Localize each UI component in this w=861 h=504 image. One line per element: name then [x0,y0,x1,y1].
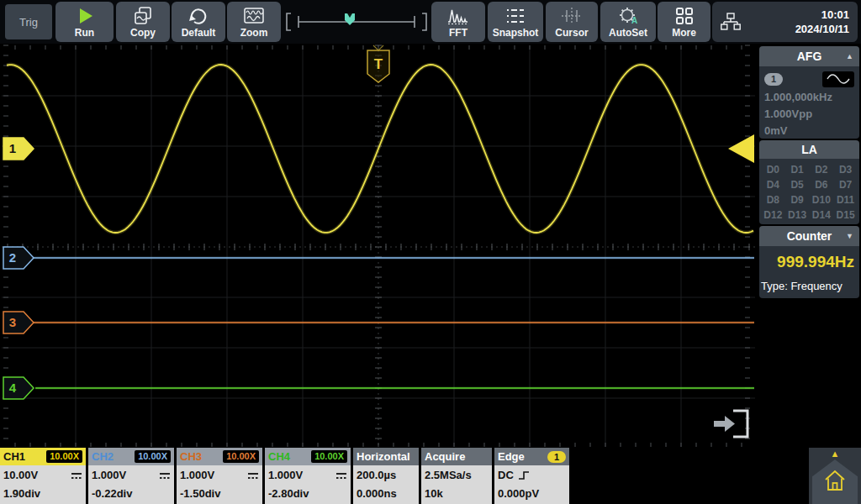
slider-right-bracket [422,13,426,30]
counter-value: 999.994Hz [759,246,859,271]
trigger-label: Edge [498,450,525,463]
clock-date: 2024/10/11 [795,22,849,36]
ch1-trace-glow [7,65,753,233]
trigger-level: 0.000pV [498,485,539,503]
waveform-display[interactable]: 1234T [0,44,758,448]
ch2-status-cell[interactable]: CH2 10.00X 1.000V -0.22div [88,448,174,504]
slider-left-bracket [287,13,291,30]
copy-button[interactable]: Copy [116,2,170,42]
ch2-position: -0.22div [92,485,132,503]
counter-panel-header[interactable]: Counter ▼ [759,226,859,246]
ch3-position: -1.50div [180,485,220,503]
trigger-coupling: DC [498,466,514,485]
fft-spectrum-icon [446,6,470,26]
la-channel: D2 [810,162,834,177]
slider-marker[interactable] [345,13,355,25]
trig-label: Trig [19,16,38,29]
cursor-crosshair-icon [561,6,583,26]
collapse-panel-icon[interactable] [733,411,747,437]
afg-panel-header[interactable]: AFG ▲ [759,46,859,66]
collapse-panel-arrow[interactable] [714,416,735,432]
snapshot-button[interactable]: Snapshot [488,2,543,42]
zoom-label: Zoom [240,28,268,39]
copy-label: Copy [130,28,156,39]
copy-icon [133,6,153,26]
dc-coupling-icon [159,471,171,480]
horizontal-offset: 0.000ns [357,485,397,503]
ch2-position-marker[interactable] [3,247,34,269]
ch4-position-marker[interactable] [3,377,34,399]
la-channel: D5 [785,177,810,192]
dc-coupling-icon [71,471,82,480]
la-channel: D8 [761,192,785,207]
clock-tile[interactable]: 10:01 2024/10/11 [712,2,858,42]
la-channel: D4 [761,177,785,192]
la-channel: D6 [810,177,834,192]
zoom-button[interactable]: Zoom [227,2,281,42]
ch1-probe-badge: 10.00X [46,450,82,463]
svg-text:A: A [631,16,637,25]
top-toolbar: Trig Run Copy Default Zoom [0,0,861,44]
default-label: Default [182,28,216,39]
oscilloscope-screen: Trig Run Copy Default Zoom [0,0,861,504]
snapshot-list-icon [504,6,526,26]
dc-coupling-icon [335,471,347,480]
ch2-name: CH2 [92,450,114,463]
horizontal-status-cell[interactable]: Horizontal 200.0µs 0.000ns [353,448,419,504]
cursor-label: Cursor [555,28,588,39]
afg-amplitude: 1.000Vpp [764,106,854,123]
la-panel-header[interactable]: LA [759,140,859,159]
autoset-button[interactable]: A AutoSet [600,2,656,42]
ch3-scale: 1.000V [180,466,214,485]
default-button[interactable]: Default [172,2,225,42]
ch3-marker-label: 3 [9,315,16,329]
fft-button[interactable]: FFT [431,2,485,42]
ch4-marker-label: 4 [9,381,17,395]
expand-up-icon[interactable]: ▲ [809,449,861,459]
ch4-status-cell[interactable]: CH4 10.00X 1.000V -2.80div [265,448,351,504]
bottom-status-bar: CH1 10.00X 10.00V 1.90div CH2 10.00X 1.0… [0,448,861,504]
ch1-name: CH1 [3,450,25,463]
autoset-gear-icon: A [617,6,639,26]
more-button[interactable]: More [658,2,710,42]
trigger-flag-label: T [374,56,383,72]
ch3-status-cell[interactable]: CH3 10.00X 1.000V -1.50div [177,448,262,504]
more-label: More [672,28,696,39]
collapse-up-icon[interactable]: ▲ [846,52,853,60]
acquire-status-cell[interactable]: Acquire 2.5MSa/s 10k [421,448,492,504]
collapse-down-icon[interactable]: ▼ [846,232,853,240]
fft-label: FFT [449,28,467,39]
cursor-button[interactable]: Cursor [546,2,598,42]
more-grid-icon [674,6,695,26]
trigger-status-cell[interactable]: Edge 1 DC 0.000pV [494,448,569,504]
autoset-label: AutoSet [609,28,647,39]
network-icon [721,13,741,31]
counter-panel: Counter ▼ 999.994Hz Type: Frequency [759,226,859,298]
ch3-position-marker[interactable] [3,312,34,333]
ch1-status-cell[interactable]: CH1 10.00X 10.00V 1.90div [0,448,86,504]
ch1-position-marker[interactable] [3,138,34,160]
la-channel: D15 [833,207,858,223]
horizontal-label: Horizontal [357,450,410,463]
afg-panel: AFG ▲ 1 1.000,000kHz 1.000Vpp 0mV [759,46,859,139]
sine-icon [822,71,854,87]
dc-coupling-icon [247,471,259,480]
home-icon[interactable] [822,468,848,493]
la-channel: D14 [810,207,834,223]
menu-home-tile[interactable]: ▲ [809,448,861,504]
ch1-position: 1.90div [3,485,40,503]
horizontal-position-slider[interactable] [284,10,429,34]
la-channel: D11 [833,192,858,207]
ch4-scale: 1.000V [268,466,303,485]
afg-channel-badge: 1 [764,73,783,86]
run-button[interactable]: Run [55,2,114,42]
trigger-level-arrow[interactable] [728,134,754,163]
ch2-marker-label: 2 [9,250,16,265]
la-channel: D7 [833,177,858,192]
la-channel: D10 [810,192,834,207]
trig-status[interactable]: Trig [5,4,52,39]
acquire-depth: 10k [425,485,443,503]
sidebar: AFG ▲ 1 1.000,000kHz 1.000Vpp 0mV LA [759,44,859,448]
counter-title: Counter [787,229,832,243]
horizontal-timebase: 200.0µs [357,466,396,485]
